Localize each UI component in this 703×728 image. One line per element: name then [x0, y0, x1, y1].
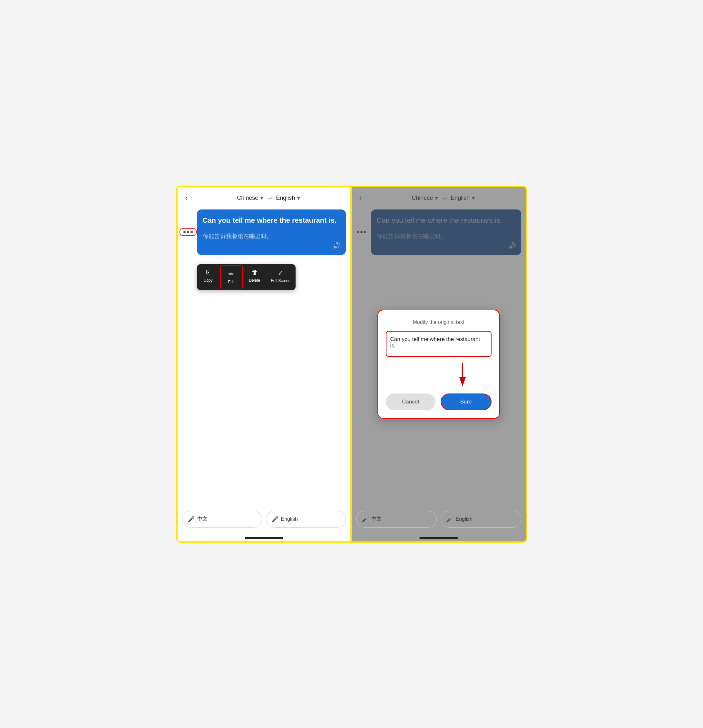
left-lang-to-arrow: ▼ — [296, 196, 301, 201]
left-english-btn-label: English — [281, 516, 298, 522]
dot-3 — [191, 231, 193, 233]
left-spacer — [178, 258, 350, 504]
dot-2 — [187, 231, 189, 233]
ctx-delete-label: Delete — [249, 278, 260, 283]
left-dots-button[interactable] — [179, 228, 197, 236]
trash-icon: 🗑 — [252, 269, 258, 276]
ctx-edit-button[interactable]: ✏ Edit — [220, 265, 243, 289]
left-header: ‹ Chinese ▼ ⇌ English ▼ — [178, 187, 350, 209]
left-lang-to-button[interactable]: English ▼ — [276, 195, 301, 201]
left-card-english-text: Can you tell me where the restaurant is. — [203, 216, 340, 225]
left-translation-card: Can you tell me where the restaurant is.… — [197, 209, 346, 255]
left-lang-selector: Chinese ▼ ⇌ English ▼ — [193, 195, 345, 201]
modal-sure-button[interactable]: Sure — [441, 393, 492, 410]
left-chinese-btn-label: 中文 — [197, 516, 208, 522]
ctx-copy-button[interactable]: ⎘ Copy — [197, 264, 220, 290]
modal-textarea[interactable]: Can you tell me where the restaurant is. — [386, 331, 492, 357]
modal-arrow-container — [386, 361, 492, 390]
left-mic-icon-1: 🎤 — [188, 516, 195, 523]
edit-modal: Modify the original text Can you tell me… — [378, 310, 500, 419]
left-home-indicator — [244, 537, 284, 539]
red-arrow-svg — [453, 361, 472, 390]
dot-1 — [184, 231, 186, 233]
left-swap-icon: ⇌ — [268, 195, 272, 201]
modal-buttons: Cancel Sure — [386, 393, 492, 410]
edit-icon: ✏ — [229, 270, 234, 278]
ctx-delete-button[interactable]: 🗑 Delete — [243, 264, 266, 290]
modal-cancel-button[interactable]: Cancel — [386, 393, 435, 410]
right-panel: ‹ Chinese ▼ ⇌ English ▼ — [352, 187, 526, 542]
left-panel: ‹ Chinese ▼ ⇌ English ▼ — [178, 187, 352, 542]
copy-icon: ⎘ — [206, 269, 210, 276]
ctx-fullscreen-button[interactable]: ⤢ Full Screen — [266, 264, 296, 290]
ctx-copy-label: Copy — [203, 278, 213, 283]
app-wrapper: ‹ Chinese ▼ ⇌ English ▼ — [176, 186, 527, 543]
fullscreen-icon: ⤢ — [278, 269, 284, 276]
ctx-edit-label: Edit — [228, 280, 235, 284]
modal-overlay: Modify the original text Can you tell me… — [352, 187, 526, 542]
left-chinese-input-button[interactable]: 🎤 中文 — [182, 511, 262, 527]
left-card-chinese-text: 你能告诉我餐馆在哪里吗。 — [203, 233, 340, 240]
left-bottom-bar: 🎤 中文 🎤 English — [178, 504, 350, 537]
left-lang-from-button[interactable]: Chinese ▼ — [237, 195, 264, 201]
left-lang-from-label: Chinese — [237, 195, 258, 201]
left-english-input-button[interactable]: 🎤 English — [266, 511, 346, 527]
left-context-menu: ⎘ Copy ✏ Edit 🗑 Delete ⤢ Full Screen — [197, 264, 296, 290]
modal-title: Modify the original text — [386, 319, 492, 325]
left-back-button[interactable]: ‹ — [183, 193, 190, 204]
left-lang-from-arrow: ▼ — [259, 196, 264, 201]
left-lang-to-label: English — [276, 195, 295, 201]
left-card-divider — [203, 229, 340, 229]
ctx-fullscreen-label: Full Screen — [271, 279, 291, 283]
left-speaker-icon[interactable]: 🔊 — [333, 242, 341, 250]
left-mic-icon-2: 🎤 — [271, 516, 279, 523]
